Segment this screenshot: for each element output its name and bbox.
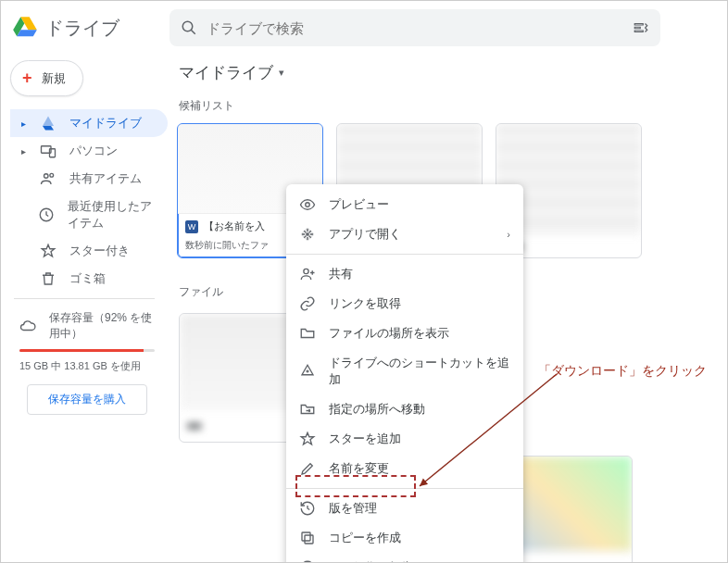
- nav-label: ゴミ箱: [69, 270, 106, 287]
- folder-icon: [299, 325, 316, 342]
- menu-item-open[interactable]: アプリで開く›: [286, 219, 523, 249]
- breadcrumb-label: マイドライブ: [179, 62, 273, 83]
- svg-line-1: [191, 30, 195, 34]
- menu-item-label: 不正行為を報告: [329, 559, 413, 563]
- copy-icon: [299, 530, 316, 546]
- storage-text: 15 GB 中 13.81 GB を使用: [19, 359, 155, 373]
- menu-item-folder[interactable]: ファイルの場所を表示: [286, 319, 523, 348]
- nav-label: 最近使用したアイテム: [68, 198, 157, 231]
- svg-rect-11: [302, 532, 310, 541]
- annotation-arrow: [408, 369, 575, 499]
- eye-icon: [299, 196, 316, 213]
- pencil-icon: [299, 460, 316, 477]
- nav-item-trash[interactable]: ゴミ箱: [10, 265, 168, 293]
- app-logo[interactable]: ドライブ: [12, 15, 158, 41]
- menu-item-label: プレビュー: [329, 196, 389, 213]
- suggested-title: 候補リスト: [175, 98, 727, 123]
- menu-item-label: ファイルの場所を表示: [329, 325, 449, 342]
- drive-logo-icon: [12, 15, 38, 41]
- menu-item-alert[interactable]: 不正行為を報告: [286, 553, 523, 563]
- menu-item-person-add[interactable]: 共有: [286, 259, 523, 289]
- nav-item-drive[interactable]: ▸マイドライブ: [10, 109, 168, 137]
- menu-item-eye[interactable]: プレビュー: [286, 190, 523, 219]
- app-name: ドライブ: [45, 16, 119, 41]
- storage-bar: [19, 349, 155, 352]
- menu-item-label: アプリで開く: [329, 226, 401, 243]
- menu-item-label: スターを追加: [329, 431, 401, 447]
- annotation-callout: 「ダウンロード」をクリック: [538, 363, 707, 380]
- drive-add-icon: [299, 363, 316, 380]
- cloud-icon: [19, 318, 36, 334]
- nav-label: パソコン: [69, 143, 118, 159]
- nav-item-people[interactable]: 共有アイテム: [10, 165, 168, 193]
- drive-icon: [40, 115, 56, 131]
- new-button-label: 新規: [42, 70, 66, 87]
- storage-label: 保存容量（92% を使用中）: [49, 310, 155, 342]
- menu-item-label: 名前を変更: [329, 460, 389, 477]
- buy-storage-button[interactable]: 保存容量を購入: [27, 384, 147, 415]
- search-bar[interactable]: [169, 9, 660, 46]
- menu-item-copy[interactable]: コピーを作成: [286, 523, 523, 553]
- trash-icon: [40, 270, 56, 287]
- menu-item-label: コピーを作成: [329, 530, 401, 546]
- menu-item-label: リンクを取得: [329, 295, 401, 312]
- open-icon: [299, 226, 316, 243]
- breadcrumb[interactable]: マイドライブ ▾: [175, 60, 727, 98]
- nav-item-devices[interactable]: ▸パソコン: [10, 137, 168, 165]
- people-icon: [40, 170, 56, 187]
- star-icon: [40, 243, 56, 259]
- nav-label: 共有アイテム: [69, 170, 142, 187]
- devices-icon: [40, 143, 56, 159]
- word-icon: W: [185, 220, 198, 233]
- nav-label: スター付き: [69, 243, 130, 259]
- chevron-down-icon: ▾: [279, 67, 284, 79]
- alert-icon: [299, 559, 316, 563]
- nav-item-star[interactable]: スター付き: [10, 237, 168, 265]
- search-input[interactable]: [207, 20, 623, 36]
- link-icon: [299, 295, 316, 312]
- clock-icon: [38, 206, 55, 223]
- chevron-right-icon: ▸: [19, 146, 27, 156]
- star-icon: [299, 431, 316, 447]
- person-add-icon: [299, 266, 316, 282]
- svg-point-5: [50, 173, 54, 177]
- new-button[interactable]: + 新規: [10, 60, 83, 96]
- svg-point-9: [304, 269, 308, 273]
- menu-item-label: 版を管理: [329, 500, 377, 517]
- menu-item-label: 共有: [329, 266, 353, 282]
- app-header: ドライブ: [1, 1, 727, 55]
- svg-rect-10: [305, 535, 313, 544]
- nav-label: マイドライブ: [69, 115, 142, 131]
- svg-line-14: [420, 374, 557, 486]
- move-icon: [299, 401, 316, 418]
- chevron-right-icon: ▸: [19, 119, 27, 129]
- svg-point-4: [44, 174, 49, 179]
- history-icon: [299, 500, 316, 517]
- svg-point-7: [306, 203, 310, 207]
- sidebar: + 新規 ▸マイドライブ▸パソコン共有アイテム最近使用したアイテムスター付きゴミ…: [1, 55, 168, 562]
- svg-point-8: [307, 233, 308, 235]
- search-options-icon[interactable]: [633, 19, 649, 36]
- nav-item-clock[interactable]: 最近使用したアイテム: [10, 193, 168, 237]
- search-icon: [181, 19, 197, 36]
- menu-item-link[interactable]: リンクを取得: [286, 289, 523, 319]
- file-name: 【お名前を入: [204, 219, 265, 233]
- svg-point-0: [182, 21, 193, 31]
- chevron-right-icon: ›: [507, 229, 510, 240]
- plus-icon: +: [22, 69, 32, 88]
- storage-section: 保存容量（92% を使用中） 15 GB 中 13.81 GB を使用 保存容量…: [10, 301, 168, 415]
